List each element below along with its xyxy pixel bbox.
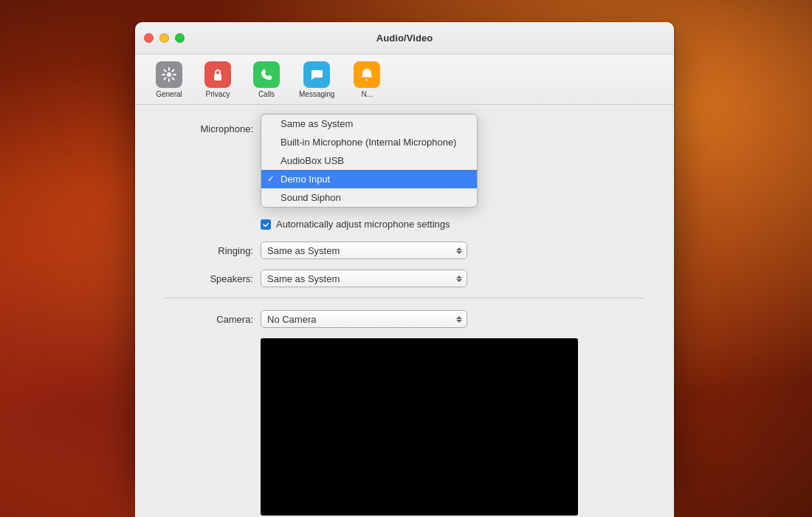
- preferences-window: Audio/Video General Privacy: [135, 22, 674, 487]
- camera-preview: [261, 338, 578, 516]
- camera-control-area: No Camera: [261, 310, 644, 328]
- dropdown-item-sound-siphon[interactable]: Sound Siphon: [261, 188, 477, 207]
- speakers-control-area: Same as System: [261, 270, 644, 287]
- speakers-arrow-up-icon: [456, 275, 462, 278]
- traffic-lights: [144, 33, 185, 43]
- camera-arrow-icon: [456, 316, 462, 323]
- toolbar-item-messaging[interactable]: Messaging: [293, 57, 340, 103]
- ringing-arrow-icon: [456, 247, 462, 254]
- minimize-button[interactable]: [159, 33, 169, 43]
- calls-icon: [253, 61, 280, 88]
- dropdown-item-demo-input[interactable]: Demo Input: [261, 170, 477, 188]
- microphone-dropdown: Same as System Built-in Microphone (Inte…: [261, 114, 478, 208]
- speakers-row: Speakers: Same as System: [165, 270, 644, 287]
- notifications-icon: [354, 61, 380, 88]
- ringing-row: Ringing: Same as System: [165, 242, 644, 259]
- window-title: Audio/Video: [376, 32, 433, 44]
- auto-adjust-row: Automatically adjust microphone settings: [165, 219, 644, 230]
- auto-adjust-label: Automatically adjust microphone settings: [276, 219, 450, 230]
- dropdown-item-built-in-mic[interactable]: Built-in Microphone (Internal Microphone…: [261, 133, 477, 151]
- toolbar-label-messaging: Messaging: [299, 90, 334, 98]
- ringing-arrow-down-icon: [456, 251, 462, 254]
- ringing-label: Ringing:: [165, 245, 253, 256]
- microphone-control-area: Demo Input Same as System Built-in Micro…: [261, 120, 644, 137]
- general-icon: [156, 61, 182, 88]
- ringing-arrow-up-icon: [456, 247, 462, 250]
- toolbar-item-calls[interactable]: Calls: [244, 57, 289, 103]
- microphone-row: Microphone: Demo Input Same as System Bu…: [165, 120, 644, 137]
- camera-value: No Camera: [267, 314, 316, 325]
- toolbar-label-privacy: Privacy: [206, 90, 230, 98]
- camera-row: Camera: No Camera: [165, 310, 644, 328]
- ringing-select[interactable]: Same as System: [261, 242, 467, 259]
- messaging-icon: [303, 61, 330, 88]
- svg-rect-1: [214, 74, 221, 81]
- close-button[interactable]: [144, 33, 154, 43]
- content-area: Microphone: Demo Input Same as System Bu…: [135, 105, 674, 517]
- toolbar-item-general[interactable]: General: [147, 57, 191, 103]
- section-divider: [165, 298, 644, 298]
- dropdown-item-audiobox-usb[interactable]: AudioBox USB: [261, 151, 477, 170]
- dropdown-item-same-as-system[interactable]: Same as System: [261, 114, 477, 133]
- camera-select[interactable]: No Camera: [261, 310, 467, 328]
- speakers-label: Speakers:: [165, 273, 253, 284]
- toolbar: General Privacy Calls: [135, 55, 674, 105]
- camera-arrow-down-icon: [456, 320, 462, 323]
- camera-label: Camera:: [165, 314, 253, 325]
- microphone-label: Microphone:: [165, 123, 253, 134]
- speakers-arrow-down-icon: [456, 279, 462, 282]
- toolbar-label-calls: Calls: [258, 90, 275, 98]
- svg-point-0: [167, 72, 171, 77]
- toolbar-item-privacy[interactable]: Privacy: [196, 57, 240, 103]
- speakers-arrow-icon: [456, 275, 462, 282]
- auto-adjust-checkbox-wrapper: Automatically adjust microphone settings: [261, 219, 450, 230]
- auto-adjust-checkbox[interactable]: [261, 219, 271, 230]
- toolbar-item-notifications[interactable]: N...: [345, 57, 389, 103]
- titlebar: Audio/Video: [135, 22, 674, 55]
- privacy-icon: [204, 61, 231, 88]
- toolbar-label-general: General: [156, 90, 182, 98]
- ringing-value: Same as System: [267, 245, 340, 256]
- speakers-value: Same as System: [267, 273, 340, 284]
- speakers-select[interactable]: Same as System: [261, 270, 467, 287]
- toolbar-label-notifications: N...: [362, 90, 374, 98]
- camera-arrow-up-icon: [456, 316, 462, 319]
- ringing-control-area: Same as System: [261, 242, 644, 259]
- maximize-button[interactable]: [175, 33, 185, 43]
